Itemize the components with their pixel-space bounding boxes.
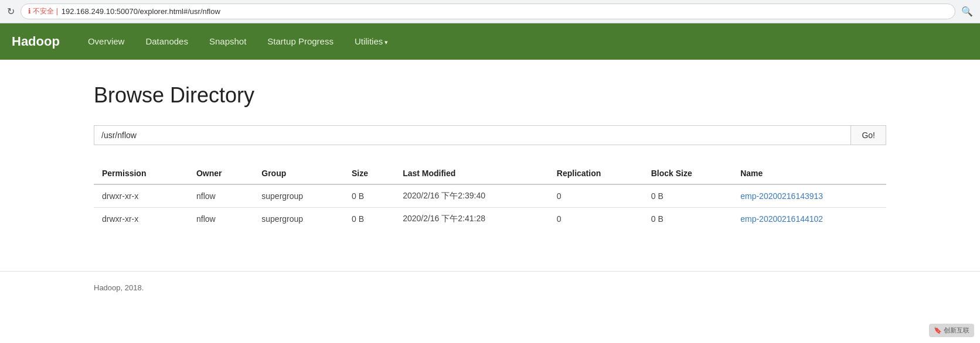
col-size: Size (343, 163, 394, 184)
col-last-modified: Last Modified (394, 163, 549, 184)
url-text: 192.168.249.10:50070/explorer.html#/usr/… (62, 7, 220, 16)
nav-item-startup-progress[interactable]: Startup Progress (257, 23, 344, 60)
reload-button[interactable]: ↻ (7, 6, 15, 17)
nav-link-overview[interactable]: Overview (77, 23, 135, 60)
nav-link-utilities[interactable]: Utilities (344, 23, 399, 60)
cell-size-1: 0 B (343, 208, 394, 231)
cell-name-0: emp-20200216143913 (732, 184, 886, 208)
nav-link-datanodes[interactable]: Datanodes (135, 23, 199, 60)
col-permission: Permission (94, 163, 188, 184)
cell-replication-1: 0 (549, 208, 643, 231)
cell-blocksize-0: 0 B (643, 184, 732, 208)
col-replication: Replication (549, 163, 643, 184)
directory-search-input[interactable] (94, 126, 850, 145)
cell-modified-0: 2020/2/16 下午2:39:40 (394, 184, 549, 208)
main-content: Browse Directory Go! Permission Owner Gr… (0, 60, 980, 253)
security-icon: ℹ 不安全 | (28, 6, 58, 16)
browser-search-icon[interactable]: 🔍 (961, 6, 973, 17)
nav-item-overview[interactable]: Overview (77, 23, 135, 60)
cell-blocksize-1: 0 B (643, 208, 732, 231)
cell-group-1: supergroup (253, 208, 343, 231)
navbar: Hadoop Overview Datanodes Snapshot Start… (0, 23, 980, 60)
nav-link-startup-progress[interactable]: Startup Progress (257, 23, 344, 60)
col-block-size: Block Size (643, 163, 732, 184)
address-bar[interactable]: ℹ 不安全 | 192.168.249.10:50070/explorer.ht… (21, 4, 955, 19)
cell-owner-0: nflow (188, 184, 253, 208)
nav-item-datanodes[interactable]: Datanodes (135, 23, 199, 60)
cell-group-0: supergroup (253, 184, 343, 208)
go-button[interactable]: Go! (850, 126, 886, 145)
footer-text: Hadoop, 2018. (94, 283, 144, 292)
page-title: Browse Directory (94, 83, 886, 108)
nav-item-snapshot[interactable]: Snapshot (199, 23, 257, 60)
search-bar: Go! (94, 125, 886, 145)
cell-owner-1: nflow (188, 208, 253, 231)
col-owner: Owner (188, 163, 253, 184)
footer: Hadoop, 2018. (0, 271, 980, 304)
table-row: drwxr-xr-x nflow supergroup 0 B 2020/2/1… (94, 208, 886, 231)
col-name: Name (732, 163, 886, 184)
directory-table: Permission Owner Group Size Last Modifie… (94, 163, 886, 230)
cell-name-1: emp-20200216144102 (732, 208, 886, 231)
cell-permission-1: drwxr-xr-x (94, 208, 188, 231)
navbar-nav: Overview Datanodes Snapshot Startup Prog… (77, 23, 399, 60)
name-link-0[interactable]: emp-20200216143913 (740, 191, 823, 201)
nav-item-utilities[interactable]: Utilities (344, 23, 399, 60)
table-body: drwxr-xr-x nflow supergroup 0 B 2020/2/1… (94, 184, 886, 230)
cell-modified-1: 2020/2/16 下午2:41:28 (394, 208, 549, 231)
navbar-brand[interactable]: Hadoop (12, 34, 60, 49)
browser-chrome: ↻ ℹ 不安全 | 192.168.249.10:50070/explorer.… (0, 0, 980, 23)
cell-replication-0: 0 (549, 184, 643, 208)
cell-permission-0: drwxr-xr-x (94, 184, 188, 208)
cell-size-0: 0 B (343, 184, 394, 208)
table-header: Permission Owner Group Size Last Modifie… (94, 163, 886, 184)
col-group: Group (253, 163, 343, 184)
name-link-1[interactable]: emp-20200216144102 (740, 214, 823, 224)
nav-link-snapshot[interactable]: Snapshot (199, 23, 257, 60)
table-header-row: Permission Owner Group Size Last Modifie… (94, 163, 886, 184)
table-row: drwxr-xr-x nflow supergroup 0 B 2020/2/1… (94, 184, 886, 208)
